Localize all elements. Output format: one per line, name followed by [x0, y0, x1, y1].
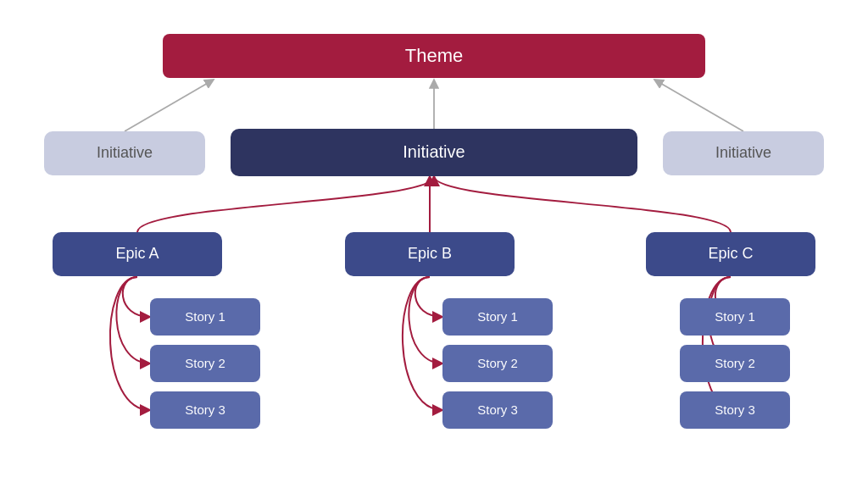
story-b3-box: Story 3: [442, 391, 553, 429]
story-c2-label: Story 2: [715, 356, 755, 370]
epic-c-box: Epic C: [646, 232, 815, 276]
svg-line-2: [125, 80, 214, 131]
story-a3-box: Story 3: [150, 391, 260, 429]
story-b1-box: Story 1: [442, 298, 553, 336]
story-a1-label: Story 1: [185, 309, 225, 324]
story-c1-label: Story 1: [715, 309, 755, 324]
story-a1-box: Story 1: [150, 298, 260, 336]
theme-box: Theme: [163, 34, 705, 78]
epic-b-box: Epic B: [345, 232, 515, 276]
theme-label: Theme: [405, 45, 463, 67]
initiative-right-box: Initiative: [663, 131, 824, 175]
initiative-center-label: Initiative: [403, 142, 465, 162]
initiative-left-label: Initiative: [97, 144, 153, 162]
story-c3-label: Story 3: [715, 402, 755, 417]
story-c1-box: Story 1: [680, 298, 790, 336]
story-b2-box: Story 2: [442, 345, 553, 382]
story-b2-label: Story 2: [477, 356, 518, 370]
initiative-center-box: Initiative: [231, 129, 637, 176]
story-c2-box: Story 2: [680, 345, 790, 382]
story-c3-box: Story 3: [680, 391, 790, 429]
diagram-container: Theme Initiative Initiative Initiative E…: [27, 19, 841, 459]
epic-b-label: Epic B: [408, 245, 452, 263]
initiative-right-label: Initiative: [715, 144, 771, 162]
story-a2-box: Story 2: [150, 345, 260, 382]
initiative-left-box: Initiative: [44, 131, 205, 175]
story-b1-label: Story 1: [477, 309, 518, 324]
epic-a-box: Epic A: [53, 232, 222, 276]
story-a3-label: Story 3: [185, 402, 225, 417]
epic-c-label: Epic C: [708, 245, 753, 263]
svg-line-4: [654, 80, 743, 131]
story-a2-label: Story 2: [185, 356, 225, 370]
epic-a-label: Epic A: [115, 245, 159, 263]
story-b3-label: Story 3: [477, 402, 518, 417]
